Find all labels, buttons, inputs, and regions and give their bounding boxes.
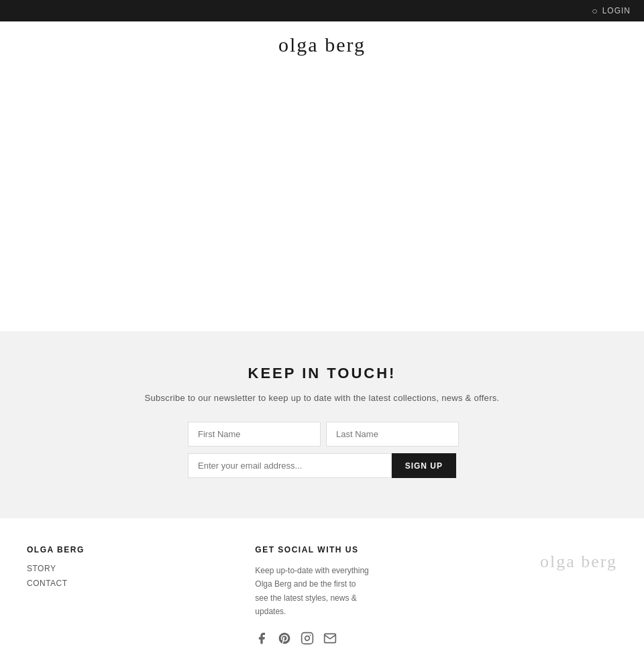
footer-col2-title: GET SOCIAL WITH US xyxy=(255,545,369,554)
name-row xyxy=(188,422,456,447)
instagram-icon[interactable] xyxy=(301,631,314,645)
facebook-icon[interactable] xyxy=(255,631,268,645)
footer-logo-col: olga berg xyxy=(540,545,617,572)
footer-logo: olga berg xyxy=(540,552,617,572)
newsletter-title: KEEP IN TOUCH! xyxy=(13,365,631,382)
first-name-input[interactable] xyxy=(188,422,321,447)
main-content xyxy=(0,63,644,331)
newsletter-form: SIGN UP xyxy=(188,422,456,478)
site-header: olga berg xyxy=(0,21,644,63)
site-logo[interactable]: olga berg xyxy=(278,34,366,56)
newsletter-section: KEEP IN TOUCH! Subscribe to our newslett… xyxy=(0,331,644,518)
mail-icon[interactable] xyxy=(323,631,337,645)
newsletter-subtitle: Subscribe to our newsletter to keep up t… xyxy=(13,393,631,403)
footer-social-text: Keep up-to-date with everything Olga Ber… xyxy=(255,564,369,619)
last-name-input[interactable] xyxy=(326,422,459,447)
footer-link-contact[interactable]: CONTACT xyxy=(27,579,85,588)
person-icon: ○ xyxy=(592,5,598,16)
social-icons xyxy=(255,631,369,645)
top-bar: ○ LOGIN xyxy=(0,0,644,21)
email-row: SIGN UP xyxy=(188,453,456,478)
footer-col-social: GET SOCIAL WITH US Keep up-to-date with … xyxy=(255,545,369,645)
signup-button[interactable]: SIGN UP xyxy=(392,453,456,478)
svg-rect-0 xyxy=(302,632,313,644)
email-input[interactable] xyxy=(188,453,392,478)
footer-link-story[interactable]: STORY xyxy=(27,564,85,573)
footer-col1-title: OLGA BERG xyxy=(27,545,85,554)
pinterest-icon[interactable] xyxy=(278,631,291,645)
footer-col-links: OLGA BERG STORY CONTACT xyxy=(27,545,85,593)
footer-top: OLGA BERG STORY CONTACT GET SOCIAL WITH … xyxy=(27,545,617,645)
login-button[interactable]: ○ LOGIN xyxy=(592,5,631,16)
login-label: LOGIN xyxy=(602,6,631,15)
site-footer: OLGA BERG STORY CONTACT GET SOCIAL WITH … xyxy=(0,518,644,649)
